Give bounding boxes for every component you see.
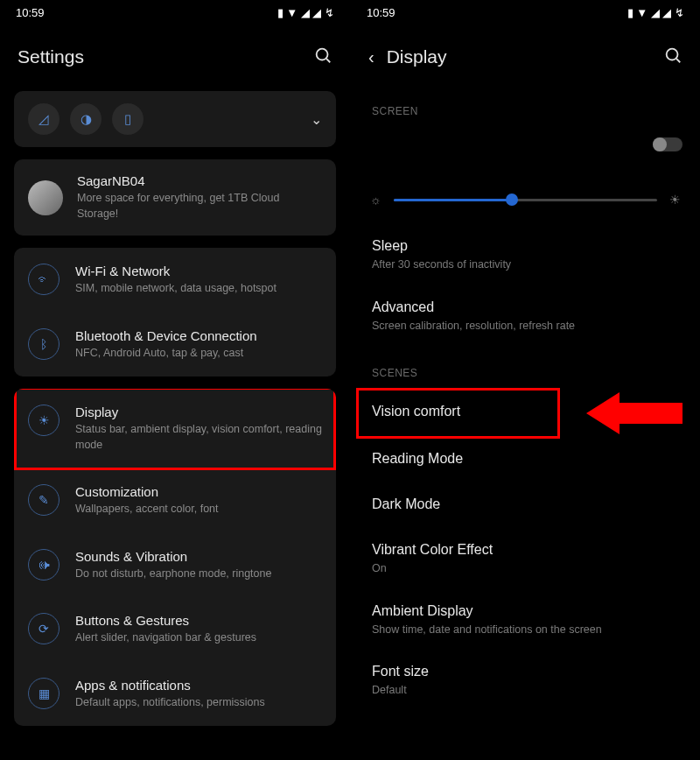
item-display[interactable]: ☀ Display Status bar, ambient display, v… bbox=[14, 389, 336, 468]
apps-icon: ▦ bbox=[28, 678, 60, 709]
item-apps[interactable]: ▦ Apps & notifications Default apps, not… bbox=[14, 662, 336, 727]
brightness-low-icon: ☼ bbox=[370, 193, 382, 207]
row-font-size[interactable]: Font size Default bbox=[351, 651, 700, 713]
header: Settings bbox=[0, 25, 350, 86]
svg-marker-4 bbox=[586, 392, 682, 434]
item-title: Sounds & Vibration bbox=[75, 549, 271, 564]
item-buttons[interactable]: ⟳ Buttons & Gestures Alert slider, navig… bbox=[14, 597, 336, 662]
brightness-icon: ☀ bbox=[28, 405, 60, 436]
item-sub: NFC, Android Auto, tap & pay, cast bbox=[75, 346, 257, 362]
back-icon[interactable]: ‹ bbox=[368, 47, 374, 67]
row-title: Advanced bbox=[372, 299, 679, 315]
brightness-slider-row: ☼ ☀ bbox=[351, 177, 700, 226]
profile-name: SagarNB04 bbox=[77, 173, 322, 188]
row-adaptive-brightness[interactable]: Adaptive brightness Optimize brightness … bbox=[351, 126, 700, 177]
brightness-slider[interactable] bbox=[394, 199, 657, 201]
profile-sub: More space for everything, get 1TB Cloud… bbox=[77, 191, 322, 222]
settings-group-2: ☀ Display Status bar, ambient display, v… bbox=[14, 389, 336, 726]
row-title: Reading Mode bbox=[372, 451, 679, 467]
slider-fill bbox=[394, 199, 513, 201]
item-sub: Default apps, notifications, permissions bbox=[75, 695, 265, 711]
status-time: 10:59 bbox=[16, 6, 45, 19]
row-reading-mode[interactable]: Reading Mode bbox=[351, 439, 700, 484]
status-bar: 10:59 ▮ ▼ ◢ ◢ ↯ bbox=[351, 0, 700, 25]
header: ‹ Display bbox=[351, 25, 700, 86]
svg-point-2 bbox=[667, 49, 678, 60]
row-dark-mode[interactable]: Dark Mode bbox=[351, 484, 700, 530]
section-screen: SCREEN bbox=[351, 86, 700, 126]
search-icon[interactable] bbox=[313, 46, 332, 68]
row-sub: Screen calibration, resolution, refresh … bbox=[372, 319, 679, 334]
row-title: Ambient Display bbox=[372, 603, 679, 619]
item-title: Display bbox=[75, 405, 322, 419]
profile-card[interactable]: SagarNB04 More space for everything, get… bbox=[14, 159, 336, 236]
bluetooth-icon: ᛒ bbox=[28, 328, 60, 360]
section-scenes: SCENES bbox=[351, 348, 700, 388]
gesture-icon: ⟳ bbox=[28, 613, 60, 644]
brightness-high-icon: ☀ bbox=[669, 193, 681, 207]
row-sleep[interactable]: Sleep After 30 seconds of inactivity bbox=[351, 226, 700, 287]
status-time: 10:59 bbox=[367, 6, 396, 19]
item-title: Wi-Fi & Network bbox=[75, 264, 276, 278]
row-sub: Optimize brightness for the available li… bbox=[372, 151, 628, 166]
quick-toggle-data-icon[interactable]: ◿ bbox=[28, 103, 60, 135]
annotation-arrow-icon bbox=[586, 389, 682, 438]
row-sub: After 30 seconds of inactivity bbox=[372, 257, 679, 273]
status-icons: ▮ ▼ ◢ ◢ ↯ bbox=[627, 6, 684, 19]
wifi-icon: ᯤ bbox=[28, 264, 60, 295]
search-icon[interactable] bbox=[663, 46, 682, 68]
palette-icon: ✎ bbox=[28, 484, 60, 516]
row-title: Font size bbox=[372, 664, 679, 679]
svg-line-3 bbox=[676, 59, 680, 62]
item-sub: Do not disturb, earphone mode, ringtone bbox=[75, 566, 271, 582]
row-title: Dark Mode bbox=[372, 496, 679, 512]
chevron-down-icon[interactable]: ⌄ bbox=[311, 111, 322, 128]
row-title: Vibrant Color Effect bbox=[372, 542, 679, 558]
settings-group-1: ᯤ Wi-Fi & Network SIM, mobile network, d… bbox=[14, 248, 336, 376]
page-title: Display bbox=[387, 46, 447, 67]
slider-thumb[interactable] bbox=[506, 194, 518, 206]
item-wifi[interactable]: ᯤ Wi-Fi & Network SIM, mobile network, d… bbox=[14, 248, 336, 313]
quick-toggle-vibrate-icon[interactable]: ▯ bbox=[112, 103, 144, 135]
settings-screen: 10:59 ▮ ▼ ◢ ◢ ↯ Settings ◿ ◑ ▯ ⌄ SagarNB… bbox=[0, 0, 350, 760]
page-title: Settings bbox=[18, 46, 84, 67]
row-sub: On bbox=[372, 561, 679, 577]
display-screen: 10:59 ▮ ▼ ◢ ◢ ↯ ‹ Display SCREEN Adaptiv… bbox=[350, 0, 700, 760]
item-bluetooth[interactable]: ᛒ Bluetooth & Device Connection NFC, And… bbox=[14, 313, 336, 377]
row-ambient-display[interactable]: Ambient Display Show time, date and noti… bbox=[351, 591, 700, 652]
item-title: Apps & notifications bbox=[75, 678, 265, 693]
status-bar: 10:59 ▮ ▼ ◢ ◢ ↯ bbox=[0, 0, 350, 25]
status-icons: ▮ ▼ ◢ ◢ ↯ bbox=[277, 6, 334, 19]
item-title: Buttons & Gestures bbox=[75, 613, 256, 628]
toggle-adaptive[interactable] bbox=[653, 137, 682, 151]
row-title: Adaptive brightness bbox=[372, 135, 628, 151]
item-sub: Wallpapers, accent color, font bbox=[75, 502, 219, 517]
avatar bbox=[28, 180, 63, 215]
svg-line-1 bbox=[326, 59, 330, 62]
item-sub: SIM, mobile network, data usage, hotspot bbox=[75, 281, 276, 297]
row-sub: Default bbox=[372, 683, 679, 699]
quick-settings-row: ◿ ◑ ▯ ⌄ bbox=[14, 91, 336, 147]
item-sub: Status bar, ambient display, vision comf… bbox=[75, 422, 322, 453]
item-customization[interactable]: ✎ Customization Wallpapers, accent color… bbox=[14, 468, 336, 533]
item-sub: Alert slider, navigation bar & gestures bbox=[75, 630, 256, 646]
speaker-icon: 🕪 bbox=[28, 549, 60, 581]
row-vision-comfort[interactable]: Vision comfort bbox=[351, 388, 700, 439]
quick-toggle-night-icon[interactable]: ◑ bbox=[70, 103, 102, 135]
item-sounds[interactable]: 🕪 Sounds & Vibration Do not disturb, ear… bbox=[14, 533, 336, 598]
row-sub: Show time, date and notifications on the… bbox=[372, 623, 679, 638]
row-title: Sleep bbox=[372, 238, 679, 254]
svg-point-0 bbox=[317, 49, 328, 60]
item-title: Customization bbox=[75, 484, 219, 499]
item-title: Bluetooth & Device Connection bbox=[75, 328, 257, 343]
row-vibrant-color[interactable]: Vibrant Color Effect On bbox=[351, 530, 700, 591]
row-advanced[interactable]: Advanced Screen calibration, resolution,… bbox=[351, 287, 700, 348]
